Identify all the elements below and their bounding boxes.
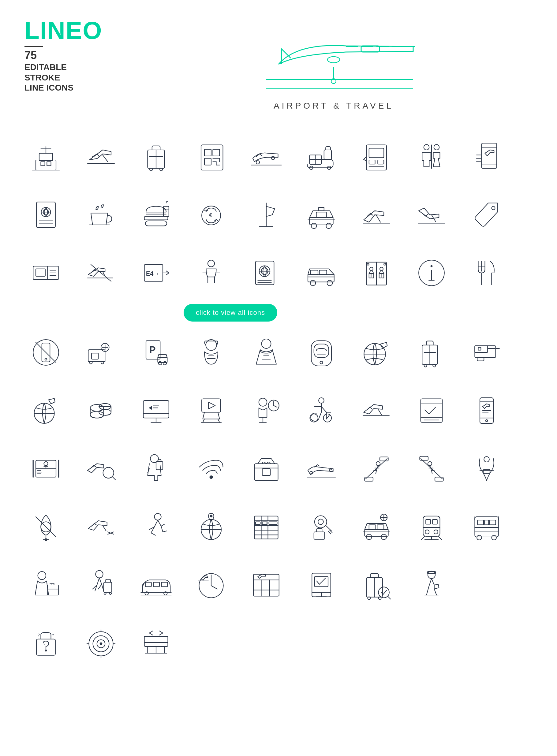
svg-rect-287 (426, 519, 430, 524)
pilot-icon (184, 325, 239, 380)
currency-exchange-icon: € (184, 187, 239, 242)
windsock-icon (239, 187, 294, 242)
svg-point-342 (428, 571, 435, 579)
svg-line-183 (203, 419, 205, 423)
svg-line-273 (325, 525, 331, 531)
svg-rect-303 (485, 520, 489, 525)
svg-point-111 (310, 280, 316, 286)
escalator-up-icon (349, 441, 404, 496)
svg-point-257 (154, 513, 161, 520)
svg-rect-307 (48, 585, 58, 595)
icons-row-8 (18, 557, 539, 612)
no-mobile-icon (18, 325, 74, 380)
svg-point-312 (110, 592, 112, 595)
checkin-kiosk-icon (294, 557, 349, 612)
svg-rect-281 (377, 525, 384, 529)
svg-point-271 (315, 516, 327, 528)
svg-point-192 (319, 398, 324, 403)
duty-free-icon (239, 441, 294, 496)
taxi-icon (294, 187, 349, 242)
svg-point-100 (208, 260, 214, 267)
svg-point-205 (486, 420, 488, 422)
security-scanner-icon (18, 441, 74, 496)
svg-line-244 (432, 471, 432, 474)
flight-attendant-icon (239, 325, 294, 380)
svg-line-96 (91, 265, 111, 281)
svg-point-290 (425, 530, 429, 534)
svg-point-291 (434, 530, 438, 534)
svg-line-184 (218, 419, 220, 423)
global-flight-icon (349, 325, 404, 380)
svg-rect-16 (47, 162, 51, 166)
icons-grid: € (0, 123, 557, 692)
svg-line-236 (376, 471, 376, 474)
high-speed-train-icon (128, 557, 184, 612)
elevator-icon (349, 245, 404, 300)
svg-rect-182 (202, 399, 221, 413)
svg-rect-224 (255, 464, 278, 481)
svg-line-230 (366, 459, 387, 479)
svg-rect-232 (365, 477, 373, 481)
header: LINEO 75 EDITABLE STROKE LINE ICONS (0, 0, 557, 123)
svg-rect-359 (144, 642, 168, 646)
traveler-icon (128, 441, 184, 496)
svg-line-322 (211, 585, 217, 589)
window-seat-icon (294, 325, 349, 380)
seat-entertainment-icon (184, 383, 239, 438)
svg-rect-225 (262, 469, 270, 476)
no-weapons-icon (459, 325, 514, 380)
svg-point-210 (44, 462, 48, 466)
svg-rect-46 (369, 160, 375, 164)
icons-row-7 (18, 499, 539, 554)
brand-divider (25, 46, 43, 47)
parking-icon: P (128, 325, 184, 380)
icons-row-4: P (18, 325, 539, 380)
walking-luggage-icon (74, 557, 128, 612)
flight-direction-icon (349, 383, 404, 438)
no-smoking-icon (74, 245, 128, 300)
svg-rect-198 (421, 399, 442, 423)
svg-point-279 (381, 534, 386, 540)
passport-stamp-icon (239, 245, 294, 300)
svg-point-175 (99, 410, 111, 416)
svg-point-260 (210, 515, 213, 517)
svg-point-309 (95, 571, 103, 578)
svg-rect-134 (88, 350, 105, 362)
svg-rect-138 (91, 353, 98, 359)
svg-point-311 (104, 592, 106, 595)
icons-row-5 (18, 383, 539, 438)
coins-icon (74, 383, 128, 438)
svg-text:?: ? (52, 633, 54, 637)
boarding-ticket-icon (18, 245, 74, 300)
icons-row-3: E4→ (18, 245, 539, 300)
svg-rect-28 (204, 158, 211, 165)
landing-signal-icon (294, 441, 349, 496)
svg-line-20 (103, 155, 108, 162)
coffee-icon (74, 187, 128, 242)
svg-point-132 (45, 358, 47, 360)
svg-rect-27 (204, 149, 211, 156)
svg-point-300 (477, 536, 481, 540)
svg-point-35 (256, 161, 260, 164)
hero-section: AIRPORT & TRAVEL (135, 18, 532, 111)
luggage-tag-icon (404, 325, 459, 380)
svg-text:E4→: E4→ (146, 270, 159, 277)
svg-line-341 (387, 596, 390, 599)
cta-row: click to view all icons (18, 303, 539, 322)
svg-rect-313 (145, 582, 151, 586)
svg-line-275 (328, 532, 331, 534)
seat-icon (184, 245, 239, 300)
svg-point-248 (484, 456, 489, 462)
view-all-button[interactable]: click to view all icons (184, 304, 277, 322)
price-tag-icon (459, 187, 514, 242)
svg-rect-221 (156, 461, 163, 470)
running-icon (128, 499, 184, 554)
svg-point-223 (210, 476, 213, 479)
svg-point-123 (431, 265, 433, 267)
svg-line-50 (363, 159, 366, 161)
svg-rect-114 (319, 270, 327, 274)
svg-point-272 (318, 519, 323, 525)
svg-point-172 (90, 404, 104, 411)
passport-icon (18, 187, 74, 242)
svg-line-294 (421, 536, 425, 540)
